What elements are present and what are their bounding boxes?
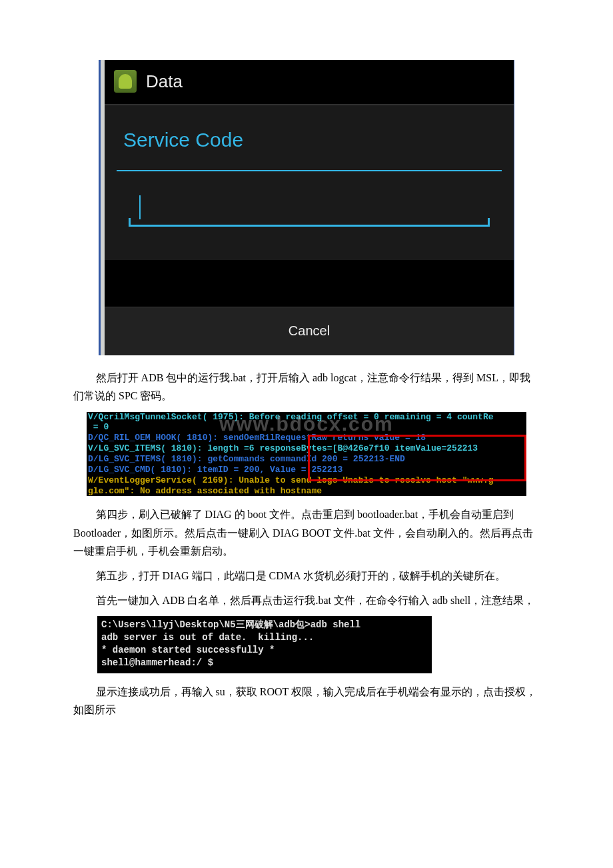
logcat-line: gle.com": No address associated with hos… (87, 486, 526, 497)
logcat-line: V/LG_SVC_ITEMS( 1810): length =6 respons… (87, 443, 526, 454)
cancel-button[interactable]: Cancel (105, 307, 514, 355)
text-cursor (139, 195, 141, 219)
android-app-header: Data (105, 60, 514, 105)
logcat-line: D/LG_SVC_ITEMS( 1810): getCommands comma… (87, 454, 526, 465)
android-dialog-screenshot: Data Service Code Cancel (99, 60, 514, 355)
logcat-line: D/LG_SVC_CMD( 1810): itemID = 200, Value… (87, 465, 526, 475)
logcat-line: D/QC_RIL_OEM_HOOK( 1810): sendOemRilRequ… (87, 433, 526, 443)
paragraph-step4: 第四步，刷入已破解了 DIAG 的 boot 文件。点击重启到 bootload… (73, 505, 540, 560)
cmd-line: adb server is out of date. killing... (101, 631, 428, 644)
android-app-title: Data (146, 67, 183, 96)
cmd-line: shell@hammerhead:/ $ (101, 657, 428, 669)
logcat-line: V/QcrilMsgTunnelSocket( 1975): Before re… (87, 412, 526, 423)
paragraph-adb-whitelist: 首先一键加入 ADB 白名单，然后再点击运行我.bat 文件，在命令行输入 ad… (73, 591, 540, 609)
cmd-line: C:\Users\llyj\Desktop\N5三网破解\adb包>adb sh… (101, 619, 428, 631)
paragraph-adb-logcat: 然后打开 ADB 包中的运行我.bat，打开后输入 adb logcat，注意命… (73, 369, 540, 405)
cmd-line: * daemon started successfully * (101, 644, 428, 657)
paragraph-step5: 第五步，打开 DIAG 端口，此端口是 CDMA 水货机必须打开的，破解手机的关… (73, 567, 540, 585)
dialog-title: Service Code (105, 105, 514, 170)
service-code-input[interactable] (129, 191, 490, 227)
logcat-line: = 0 (87, 422, 526, 433)
logcat-screenshot: www.bdocx.com V/QcrilMsgTunnelSocket( 19… (87, 412, 526, 497)
logcat-line: W/EventLoggerService( 2169): Unable to s… (87, 475, 526, 486)
android-app-icon (114, 70, 137, 93)
paragraph-su-root: 显示连接成功后，再输入 su，获取 ROOT 权限，输入完成后在手机端会有显示的… (73, 683, 540, 719)
cmd-screenshot: C:\Users\llyj\Desktop\N5三网破解\adb包>adb sh… (97, 616, 432, 673)
